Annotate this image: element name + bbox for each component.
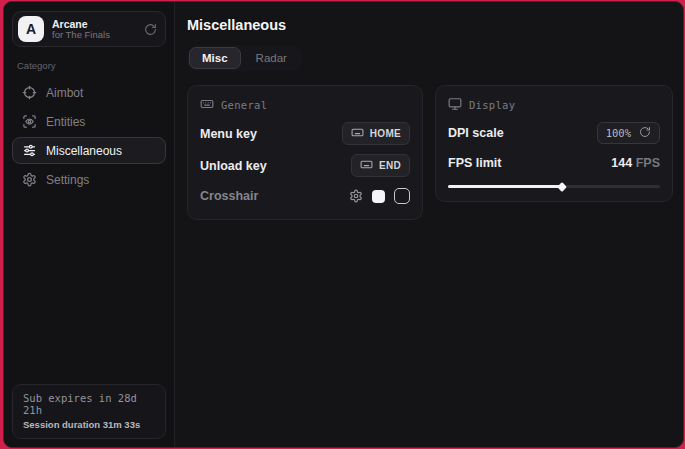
fps-slider-thumb[interactable] (558, 182, 568, 192)
fps-slider-fill (448, 185, 562, 188)
reset-icon[interactable] (639, 126, 651, 140)
display-card: Display DPI scale 100% FPS limit 144 FPS (435, 85, 673, 202)
brand-logo: A (18, 16, 44, 42)
cards-row: General Menu key HOME Unload key (187, 85, 673, 220)
app-window: A Arcane for The Finals Category Aimbot … (3, 1, 684, 448)
subscription-info: Sub expires in 28d 21h Session duration … (12, 384, 166, 439)
fps-unit: FPS (636, 156, 660, 170)
crosshair-controls (349, 188, 410, 204)
sidebar-item-label: Miscellaneous (46, 144, 122, 158)
refresh-icon[interactable] (144, 23, 157, 36)
tab-bar: Misc Radar (187, 45, 302, 71)
dpi-scale-control[interactable]: 100% (597, 122, 660, 144)
session-duration-text: Session duration 31m 33s (23, 419, 155, 430)
crosshair-icon (22, 85, 37, 100)
general-card-title: General (221, 99, 267, 111)
sliders-icon (22, 143, 37, 158)
sidebar-item-miscellaneous[interactable]: Miscellaneous (12, 137, 166, 164)
page-title: Miscellaneous (187, 17, 673, 33)
brand-subtitle: for The Finals (52, 30, 136, 41)
unload-key-button[interactable]: END (351, 154, 410, 177)
gear-icon[interactable] (349, 189, 363, 203)
menu-key-value: HOME (370, 128, 401, 139)
monitor-icon (448, 97, 462, 113)
unload-key-value: END (379, 160, 401, 171)
menu-key-label: Menu key (200, 127, 257, 141)
sidebar-item-aimbot[interactable]: Aimbot (12, 79, 166, 106)
menu-key-row: Menu key HOME (200, 122, 410, 145)
dpi-scale-row: DPI scale 100% (448, 122, 660, 144)
brand-card: A Arcane for The Finals (12, 11, 166, 47)
tab-misc[interactable]: Misc (189, 47, 241, 69)
main-content: Miscellaneous Misc Radar General Menu ke… (175, 2, 684, 447)
unload-key-label: Unload key (200, 159, 267, 173)
unload-key-row: Unload key END (200, 154, 410, 177)
sidebar-item-label: Entities (46, 115, 85, 129)
sidebar-item-label: Settings (46, 173, 89, 187)
display-card-title: Display (469, 99, 515, 111)
crosshair-label: Crosshair (200, 189, 258, 203)
sidebar-item-entities[interactable]: Entities (12, 108, 166, 135)
dpi-scale-label: DPI scale (448, 126, 504, 140)
crosshair-checkbox[interactable] (394, 188, 410, 204)
general-card-header: General (200, 97, 410, 113)
sub-expiry-text: Sub expires in 28d 21h (23, 392, 155, 416)
fps-limit-value: 144 FPS (611, 156, 660, 170)
category-label: Category (17, 60, 166, 71)
crosshair-row: Crosshair (200, 186, 410, 206)
display-card-header: Display (448, 97, 660, 113)
menu-key-button[interactable]: HOME (342, 122, 410, 145)
keyboard-icon (360, 158, 373, 173)
crosshair-color-swatch[interactable] (372, 190, 385, 203)
keyboard-icon (200, 97, 214, 113)
brand-text: Arcane for The Finals (52, 18, 136, 41)
entities-icon (22, 114, 37, 129)
brand-title: Arcane (52, 18, 136, 30)
fps-limit-label: FPS limit (448, 156, 501, 170)
sidebar-item-label: Aimbot (46, 86, 83, 100)
general-card: General Menu key HOME Unload key (187, 85, 423, 220)
keyboard-icon (351, 126, 364, 141)
dpi-scale-value: 100% (606, 127, 631, 139)
fps-limit-slider[interactable] (448, 185, 660, 188)
sidebar-item-settings[interactable]: Settings (12, 166, 166, 193)
fps-limit-row: FPS limit 144 FPS (448, 153, 660, 173)
tab-radar[interactable]: Radar (243, 47, 300, 69)
sidebar: A Arcane for The Finals Category Aimbot … (4, 2, 175, 447)
gear-icon (22, 172, 37, 187)
